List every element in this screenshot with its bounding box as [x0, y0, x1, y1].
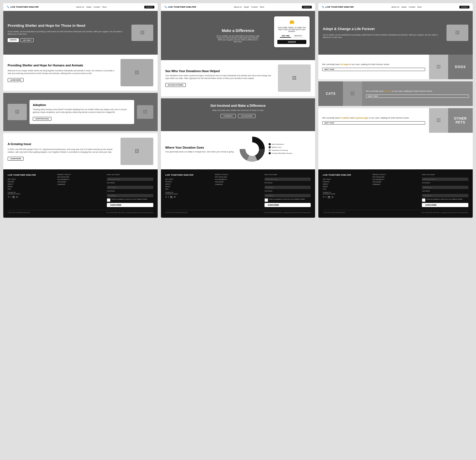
- footer-link-careers-2[interactable]: CAREERS: [215, 184, 261, 185]
- twitter-icon-2[interactable]: ✕: [165, 196, 167, 198]
- instagram-icon-2[interactable]: 📷: [170, 196, 173, 198]
- footer-link-about-1[interactable]: ABOUT: [8, 183, 54, 185]
- nav-logo-text-1: LIVE TOGETHER SHELTER: [10, 6, 39, 8]
- learn-more-btn-1[interactable]: LEARN MORE: [8, 78, 23, 82]
- instagram-icon-3[interactable]: 📷: [328, 196, 330, 198]
- dogs-meet-btn-3[interactable]: MEET THEM: [322, 68, 425, 71]
- footer-link-access-2[interactable]: ACCESSIBILITY: [215, 179, 261, 180]
- footer-link-news-2[interactable]: NEWS: [165, 186, 212, 187]
- footer-link-gethelp-3[interactable]: GET HELP: [323, 178, 369, 180]
- footer-link-involved-3[interactable]: GET INVOLVED: [372, 176, 419, 178]
- adoption-btn-1[interactable]: ADOPTION PAGE: [33, 117, 51, 121]
- other-labels-3: OTHER PETS: [454, 117, 467, 124]
- careers-btn-2[interactable]: CAREERS: [221, 114, 236, 118]
- email-icon-2[interactable]: ✉: [174, 196, 176, 198]
- nav-more-1[interactable]: More: [102, 6, 107, 8]
- footer-1: LIVE TOGETHER SHELTER GET HELP DONATE AB…: [3, 169, 158, 218]
- growing-btn-1[interactable]: LEARN MORE: [8, 157, 23, 161]
- facebook-icon-1[interactable]: f: [11, 196, 11, 198]
- donate-card-btn-2[interactable]: DONATE: [277, 40, 306, 44]
- monthly-tab-2[interactable]: MONTHLY: [293, 34, 304, 38]
- success-btn-2[interactable]: SUCCESS STORIES: [165, 83, 186, 87]
- footer-link-gethelp-1[interactable]: GET HELP: [8, 178, 54, 180]
- lname-input-1[interactable]: [107, 194, 153, 197]
- nav-about-3[interactable]: About Us: [391, 6, 399, 8]
- tagline-3: LIVE TOGETHER SHELTER is a registered 50…: [421, 212, 468, 213]
- footer-link-privacy-2[interactable]: PRIVACY POLICY: [215, 174, 261, 175]
- footer-link-gethelp-2[interactable]: GET HELP: [165, 178, 212, 180]
- footer-grid-1: LIVE TOGETHER SHELTER GET HELP DONATE AB…: [8, 174, 153, 207]
- footer-link-faq-3[interactable]: FAQ: [323, 188, 369, 190]
- nav-adopt-3[interactable]: Adopt: [401, 6, 406, 8]
- facebook-icon-3[interactable]: f: [326, 196, 326, 198]
- footer-link-donate-1[interactable]: DONATE: [8, 181, 54, 182]
- footer-link-donate-2[interactable]: DONATE: [165, 181, 212, 182]
- nav-donate-btn-3[interactable]: DONATE: [459, 6, 469, 8]
- footer-link-work-3[interactable]: THE WORK: [372, 181, 419, 183]
- cats-meet-btn-3[interactable]: MEET THEM: [366, 95, 469, 98]
- get-help-btn-1[interactable]: GET HELP: [20, 38, 34, 42]
- fname-input-1[interactable]: [107, 186, 153, 189]
- footer-link-donate-3[interactable]: DONATE: [323, 181, 369, 182]
- twitter-icon-1[interactable]: ✕: [8, 196, 10, 198]
- donate-btn-1[interactable]: DONATE: [8, 38, 19, 42]
- about-image-1: 🖼: [121, 59, 153, 86]
- email-input-2[interactable]: [265, 178, 311, 181]
- newsletter-checkbox-2[interactable]: [265, 198, 268, 202]
- nav-contact-2[interactable]: Contact: [251, 6, 258, 8]
- footer-link-news-1[interactable]: NEWS: [8, 186, 54, 187]
- footer-link-involved-2[interactable]: GET INVOLVED: [215, 176, 261, 178]
- footer-link-access-1[interactable]: ACCESSIBILITY: [57, 179, 104, 180]
- nav-donate-btn-2[interactable]: DONATE: [302, 6, 312, 8]
- other-label1-3: OTHER: [454, 117, 467, 120]
- footer-link-privacy-3[interactable]: PRIVACY POLICY: [372, 174, 419, 175]
- facebook-icon-2[interactable]: f: [168, 196, 169, 198]
- fname-input-2[interactable]: [265, 186, 311, 189]
- footer-2: LIVE TOGETHER SHELTER GET HELP DONATE AB…: [161, 169, 315, 218]
- footer-link-about-3[interactable]: ABOUT: [323, 183, 369, 185]
- legend-dot-meal-2: [269, 143, 271, 145]
- email-icon-1[interactable]: ✉: [16, 196, 18, 198]
- divider-3b: [318, 106, 473, 108]
- footer-link-about-2[interactable]: ABOUT: [165, 183, 212, 185]
- lname-input-3[interactable]: [422, 194, 468, 197]
- email-icon-3[interactable]: ✉: [331, 196, 333, 198]
- footer-link-access-3[interactable]: ACCESSIBILITY: [372, 179, 419, 180]
- footer-col2-2: PRIVACY POLICY GET INVOLVED ACCESSIBILIT…: [215, 174, 261, 207]
- subscribe-btn-3[interactable]: SUBSCRIBE: [422, 203, 468, 207]
- email-input-1[interactable]: [107, 178, 153, 181]
- footer-link-involved-1[interactable]: GET INVOLVED: [57, 176, 104, 178]
- nav-more-3[interactable]: More: [418, 6, 422, 8]
- nav-adopt-2[interactable]: Adopt: [244, 6, 249, 8]
- nav-more-2[interactable]: More: [260, 6, 264, 8]
- footer-link-work-2[interactable]: THE WORK: [215, 181, 261, 183]
- subscribe-btn-2[interactable]: SUBSCRIBE: [265, 203, 311, 207]
- nav-contact-1[interactable]: Contact: [93, 6, 100, 8]
- instagram-icon-1[interactable]: 📷: [12, 196, 15, 198]
- footer-link-careers-1[interactable]: CAREERS: [57, 184, 104, 185]
- email-input-3[interactable]: [422, 178, 468, 181]
- dogs-count-3: 18 dogs: [340, 63, 349, 66]
- nav-donate-btn-1[interactable]: DONATE: [144, 6, 154, 8]
- nav-about-2[interactable]: About Us: [234, 6, 242, 8]
- footer-link-faq-2[interactable]: FAQ: [165, 188, 212, 190]
- footer-link-faq-1[interactable]: FAQ: [8, 188, 54, 190]
- nav-contact-3[interactable]: Contact: [409, 6, 415, 8]
- footer-link-careers-3[interactable]: CAREERS: [372, 184, 419, 185]
- twitter-icon-3[interactable]: ✕: [323, 196, 325, 198]
- subscribe-btn-1[interactable]: SUBSCRIBE: [107, 203, 153, 207]
- footer-link-privacy-1[interactable]: PRIVACY POLICY: [57, 174, 104, 175]
- lname-input-2[interactable]: [265, 194, 311, 197]
- nav-adopt-1[interactable]: Adopt: [86, 6, 91, 8]
- other-meet-btn-3[interactable]: MEET THEM: [322, 121, 425, 125]
- newsletter-checkbox-1[interactable]: [107, 198, 110, 202]
- fname-input-3[interactable]: [422, 186, 468, 189]
- footer-link-news-3[interactable]: NEWS: [323, 186, 369, 187]
- newsletter-checkbox-3[interactable]: [422, 198, 425, 202]
- nav-about-1[interactable]: About Us: [76, 6, 84, 8]
- footer-link-work-1[interactable]: THE WORK: [57, 181, 104, 183]
- footer-nav2-1: PRIVACY POLICY GET INVOLVED ACCESSIBILIT…: [57, 174, 104, 185]
- volunteer-btn-2[interactable]: VOLUNTEER: [238, 114, 256, 118]
- one-time-tab-2[interactable]: ONE TIME: [280, 34, 291, 38]
- adopt-hero-section-3: Adopt & Change a Life Forever At our she…: [318, 11, 473, 55]
